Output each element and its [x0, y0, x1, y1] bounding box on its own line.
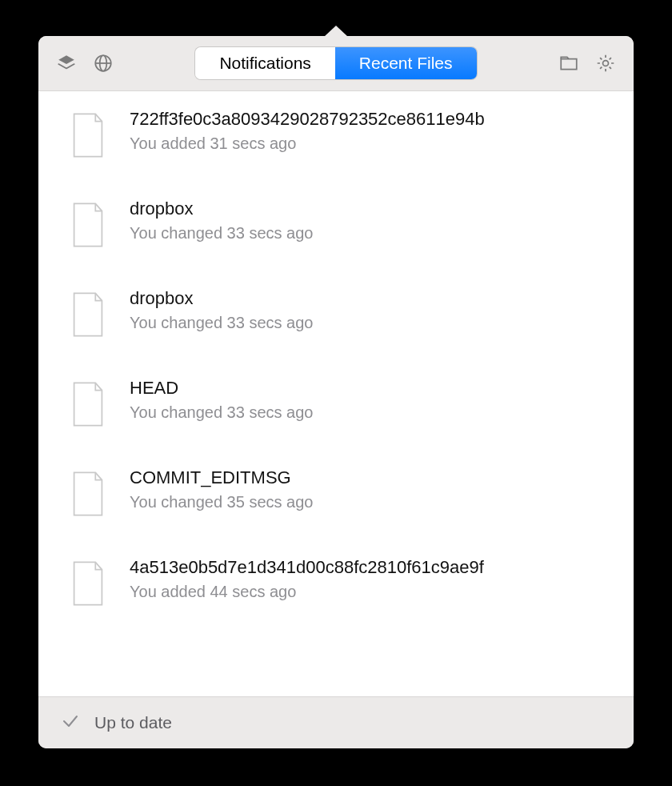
file-text: 4a513e0b5d7e1d341d00c88fc2810f61c9ae9f Y… — [130, 557, 603, 601]
status-text: Up to date — [94, 713, 172, 732]
file-item[interactable]: COMMIT_EDITMSG You changed 35 secs ago — [38, 450, 634, 539]
file-list-container: 722ff3fe0c3a8093429028792352ce8611e94b Y… — [38, 91, 634, 696]
dropbox-popover: Notifications Recent Files — [38, 36, 634, 748]
status-footer: Up to date — [38, 696, 634, 748]
file-item[interactable]: dropbox You changed 33 secs ago — [38, 271, 634, 360]
file-icon — [69, 291, 107, 338]
header-toolbar: Notifications Recent Files — [38, 36, 634, 91]
file-item[interactable]: 4a513e0b5d7e1d341d00c88fc2810f61c9ae9f Y… — [38, 539, 634, 629]
file-meta: You changed 33 secs ago — [130, 403, 603, 422]
file-meta: You changed 33 secs ago — [130, 224, 603, 243]
file-text: 722ff3fe0c3a8093429028792352ce8611e94b Y… — [130, 109, 603, 153]
file-text: dropbox You changed 33 secs ago — [130, 199, 603, 243]
file-item[interactable]: 722ff3fe0c3a8093429028792352ce8611e94b Y… — [38, 91, 634, 181]
file-icon — [69, 560, 107, 607]
file-name: dropbox — [130, 288, 603, 309]
check-icon — [61, 712, 80, 734]
file-icon — [69, 381, 107, 427]
folder-icon[interactable] — [557, 51, 581, 75]
file-name: dropbox — [130, 199, 603, 219]
file-meta: You added 44 secs ago — [130, 583, 603, 601]
file-text: dropbox You changed 33 secs ago — [130, 288, 603, 332]
file-name: 722ff3fe0c3a8093429028792352ce8611e94b — [130, 109, 603, 130]
file-icon — [69, 471, 107, 517]
file-meta: You changed 33 secs ago — [130, 314, 603, 332]
file-name: HEAD — [130, 378, 603, 399]
tab-notifications[interactable]: Notifications — [195, 47, 334, 79]
svg-marker-0 — [58, 55, 74, 64]
gear-icon[interactable] — [594, 51, 618, 75]
file-meta: You added 31 secs ago — [130, 134, 603, 153]
file-text: HEAD You changed 33 secs ago — [130, 378, 603, 422]
file-meta: You changed 35 secs ago — [130, 493, 603, 511]
file-text: COMMIT_EDITMSG You changed 35 secs ago — [130, 467, 603, 511]
file-name: 4a513e0b5d7e1d341d00c88fc2810f61c9ae9f — [130, 557, 603, 578]
tab-segmented-control: Notifications Recent Files — [195, 47, 476, 79]
file-icon — [69, 112, 107, 158]
file-name: COMMIT_EDITMSG — [130, 467, 603, 488]
globe-icon[interactable] — [91, 51, 115, 75]
file-list: 722ff3fe0c3a8093429028792352ce8611e94b Y… — [38, 91, 634, 629]
popover-arrow — [324, 26, 348, 37]
dropbox-icon[interactable] — [54, 51, 78, 75]
file-item[interactable]: dropbox You changed 33 secs ago — [38, 181, 634, 271]
file-icon — [69, 202, 107, 248]
svg-point-4 — [603, 61, 609, 66]
tab-recent-files[interactable]: Recent Files — [335, 47, 477, 79]
file-item[interactable]: HEAD You changed 33 secs ago — [38, 360, 634, 450]
